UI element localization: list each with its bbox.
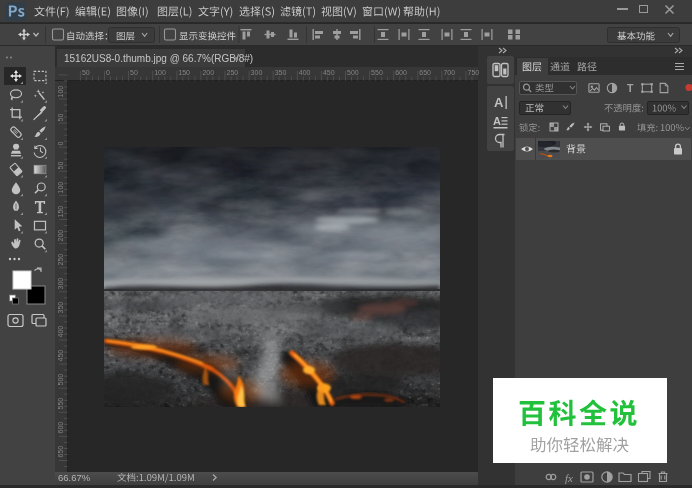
- svg-text:50: 50: [57, 162, 64, 170]
- svg-text:×: ×: [233, 52, 239, 64]
- svg-text:500: 500: [347, 69, 359, 76]
- svg-text:350: 350: [57, 302, 64, 314]
- svg-text:550: 550: [57, 398, 64, 410]
- svg-text:0: 0: [106, 69, 110, 76]
- svg-text:450: 450: [323, 69, 335, 76]
- svg-text:0: 0: [57, 142, 64, 146]
- svg-text:200: 200: [57, 230, 64, 242]
- svg-text:700: 700: [443, 69, 455, 76]
- svg-text:450: 450: [57, 350, 64, 362]
- svg-text:500: 500: [57, 374, 64, 386]
- svg-text:250: 250: [57, 254, 64, 266]
- svg-text:A: A: [494, 95, 504, 110]
- svg-text:fx: fx: [565, 472, 573, 484]
- svg-text:200: 200: [202, 69, 214, 76]
- svg-text:400: 400: [299, 69, 311, 76]
- svg-text:650: 650: [57, 446, 64, 458]
- svg-text:750: 750: [468, 69, 480, 76]
- svg-text:A: A: [493, 115, 501, 127]
- svg-text:100: 100: [57, 182, 64, 194]
- svg-text:50: 50: [130, 69, 138, 76]
- svg-text:T: T: [627, 82, 634, 94]
- svg-text:650: 650: [419, 69, 431, 76]
- svg-text:300: 300: [251, 69, 263, 76]
- svg-text:100: 100: [57, 86, 64, 98]
- svg-text:600: 600: [57, 422, 64, 434]
- svg-text:600: 600: [395, 69, 407, 76]
- svg-text:50: 50: [82, 69, 90, 76]
- svg-text:100: 100: [154, 69, 166, 76]
- svg-text:350: 350: [275, 69, 287, 76]
- svg-text:66.67%: 66.67%: [58, 472, 91, 483]
- svg-text:50: 50: [57, 114, 64, 122]
- svg-text:15162US8-0.thumb.jpg @ 66.7%(R: 15162US8-0.thumb.jpg @ 66.7%(RGB/8#): [64, 53, 253, 64]
- svg-text:150: 150: [178, 69, 190, 76]
- svg-text:400: 400: [57, 326, 64, 338]
- svg-text:300: 300: [57, 278, 64, 290]
- svg-text:550: 550: [371, 69, 383, 76]
- svg-text:150: 150: [57, 206, 64, 218]
- svg-text:250: 250: [227, 69, 239, 76]
